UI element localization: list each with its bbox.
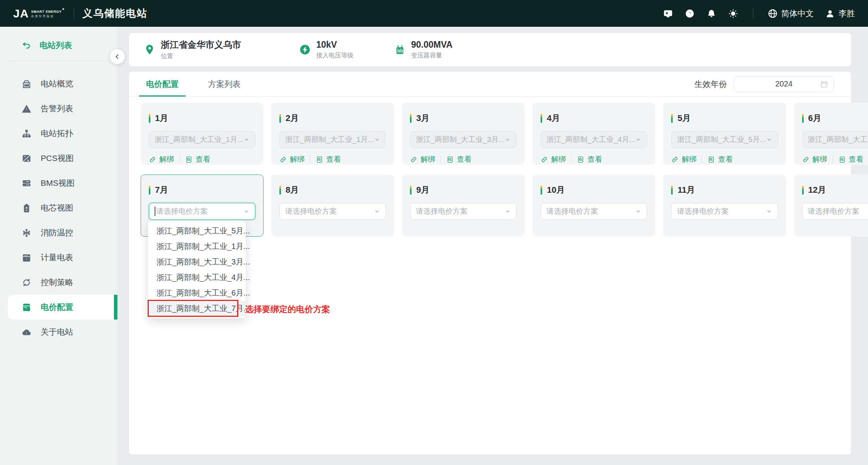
view-link[interactable]: 查看 — [446, 154, 472, 164]
unbind-link[interactable]: 解绑 — [279, 154, 305, 164]
month-plan-select[interactable]: 请选择电价方案 — [802, 203, 868, 220]
sidebar-item-control-strategy[interactable]: 控制策略 — [0, 270, 117, 295]
info-value: 10kV — [316, 40, 353, 50]
sidebar-item-label: 告警列表 — [41, 103, 73, 114]
actions-divider — [310, 156, 310, 163]
select-placeholder: 请选择电价方案 — [156, 206, 243, 216]
month-plan-select[interactable]: 浙江_两部制_大工业_5月... — [671, 131, 778, 148]
calendar-icon — [820, 80, 828, 88]
view-link[interactable]: 查看 — [316, 154, 341, 164]
unbind-link[interactable]: 解绑 — [671, 154, 696, 164]
month-card-1月: 1月浙江_两部制_大工业_1月...解绑查看 — [141, 103, 264, 165]
select-placeholder: 请选择电价方案 — [546, 206, 635, 216]
view-link[interactable]: 查看 — [577, 154, 602, 164]
sidebar-item-plant-overview[interactable]: 电站概览 — [0, 71, 117, 96]
sidebar-item-cell-view[interactable]: 电芯视图 — [0, 195, 117, 220]
month-plan-select[interactable]: 请选择电价方案 — [671, 203, 778, 220]
chevron-down-icon — [635, 208, 641, 214]
sun-icon[interactable] — [728, 9, 738, 19]
document-icon — [839, 156, 846, 163]
month-plan-select[interactable]: 请选择电价方案 — [541, 203, 647, 220]
unbind-link[interactable]: 解绑 — [541, 154, 566, 164]
month-card-10月: 10月请选择电价方案 — [532, 175, 655, 237]
view-link[interactable]: 查看 — [708, 154, 733, 164]
month-label: 8月 — [286, 184, 299, 196]
bell-icon[interactable] — [706, 9, 716, 19]
month-marker-bar — [541, 114, 542, 123]
unbind-link[interactable]: 解绑 — [802, 154, 827, 164]
sidebar-item-label: 电价配置 — [41, 302, 73, 313]
svg-text:?: ? — [688, 10, 692, 17]
tab-电价配置[interactable]: 电价配置 — [146, 72, 179, 97]
dropdown-option[interactable]: 浙江_两部制_大工业_1月... — [148, 239, 246, 254]
sidebar-item-pcs-view[interactable]: PCS视图 — [0, 146, 117, 171]
chevron-down-icon — [505, 208, 511, 214]
sidebar-item-bms-view[interactable]: BMS视图 — [0, 171, 117, 195]
view-label: 查看 — [326, 154, 341, 164]
sidebar-item-label: 电站拓扑 — [41, 128, 73, 139]
user-menu[interactable]: 李胜 — [825, 8, 855, 19]
plan-dropdown: 浙江_两部制_大工业_5月...浙江_两部制_大工业_1月...浙江_两部制_大… — [148, 221, 246, 318]
header-divider — [74, 8, 74, 19]
sidebar-item-about-plant[interactable]: 关于电站 — [0, 320, 117, 344]
sidebar-back-label: 电站列表 — [40, 40, 72, 51]
month-grid: 1月浙江_两部制_大工业_1月...解绑查看2月浙江_两部制_大工业_1月...… — [129, 97, 851, 237]
sidebar-item-energy-meter[interactable]: 计量电表 — [0, 245, 117, 270]
page-title: 义乌储能电站 — [83, 7, 148, 20]
select-value: 浙江_两部制_大工业_5月... — [677, 135, 766, 145]
month-marker-bar — [149, 186, 150, 195]
month-card-11月: 11月请选择电价方案 — [663, 175, 786, 237]
chevron-down-icon — [505, 137, 511, 143]
sidebar-collapse-button[interactable] — [110, 49, 125, 64]
sidebar-item-label: 消防温控 — [41, 227, 73, 238]
sidebar-item-label: 电芯视图 — [41, 202, 73, 213]
month-plan-select[interactable]: 浙江_两部制_大工业_1月... — [149, 131, 255, 148]
dropdown-option[interactable]: 浙江_两部制_大工业_4月... — [148, 270, 246, 285]
link-icon — [802, 156, 809, 163]
sidebar-nav: 电站概览告警列表电站拓扑PCS视图BMS视图电芯视图消防温控计量电表控制策略¥电… — [0, 65, 117, 344]
month-label: 7月 — [155, 184, 168, 196]
month-plan-select[interactable]: 请选择电价方案 — [410, 203, 517, 220]
help-icon[interactable]: ? — [685, 9, 695, 19]
month-plan-select[interactable]: 浙江_两部制_大工业_6月... — [802, 131, 868, 148]
month-plan-select[interactable]: 浙江_两部制_大工业_4月... — [541, 131, 647, 148]
view-link[interactable]: 查看 — [185, 154, 210, 164]
month-plan-select[interactable]: 请选择电价方案 — [149, 203, 255, 220]
year-input[interactable]: 2024 — [734, 76, 834, 92]
link-icon — [671, 156, 679, 163]
sidebar-item-fire-thermal[interactable]: 消防温控 — [0, 220, 117, 245]
dropdown-option[interactable]: 浙江_两部制_大工业_7月... — [148, 301, 246, 316]
unbind-link[interactable]: 解绑 — [410, 154, 435, 164]
month-header: 5月 — [671, 112, 778, 124]
actions-divider — [833, 156, 833, 163]
info-item-接入电压等级: 10kV接入电压等级 — [299, 40, 353, 60]
sidebar-item-plant-topology[interactable]: 电站拓扑 — [0, 121, 117, 146]
dropdown-option[interactable]: 浙江_两部制_大工业_5月... — [148, 223, 246, 239]
snowflake-icon — [22, 228, 31, 238]
chevron-down-icon — [374, 137, 380, 143]
month-label: 12月 — [808, 184, 826, 196]
month-header: 12月 — [802, 184, 868, 196]
select-placeholder: 请选择电价方案 — [677, 206, 766, 216]
tab-方案列表[interactable]: 方案列表 — [208, 72, 241, 97]
sidebar-back-button[interactable]: 电站列表 — [0, 27, 117, 61]
back-arrow-icon — [22, 41, 31, 50]
chevron-down-icon — [766, 208, 772, 214]
unbind-label: 解绑 — [551, 154, 566, 164]
actions-divider — [571, 156, 572, 163]
chevron-down-icon — [243, 208, 250, 214]
view-link[interactable]: 查看 — [839, 154, 864, 164]
sidebar-item-alarm-list[interactable]: 告警列表 — [0, 96, 117, 121]
screen-icon[interactable] — [663, 9, 673, 19]
month-card-6月: 6月浙江_两部制_大工业_6月...解绑查看 — [794, 103, 868, 165]
language-switcher[interactable]: 简体中文 — [768, 8, 814, 19]
meter-icon — [22, 253, 31, 263]
month-plan-select[interactable]: 浙江_两部制_大工业_3月... — [410, 131, 517, 148]
document-icon — [185, 156, 193, 163]
sidebar-item-price-config[interactable]: ¥电价配置 — [8, 295, 117, 320]
unbind-link[interactable]: 解绑 — [149, 154, 174, 164]
month-plan-select[interactable]: 请选择电价方案 — [279, 203, 386, 220]
dropdown-option[interactable]: 浙江_两部制_大工业_3月... — [148, 254, 246, 270]
dropdown-option[interactable]: 浙江_两部制_大工业_6月... — [148, 285, 246, 301]
month-plan-select[interactable]: 浙江_两部制_大工业_1月... — [279, 131, 386, 148]
